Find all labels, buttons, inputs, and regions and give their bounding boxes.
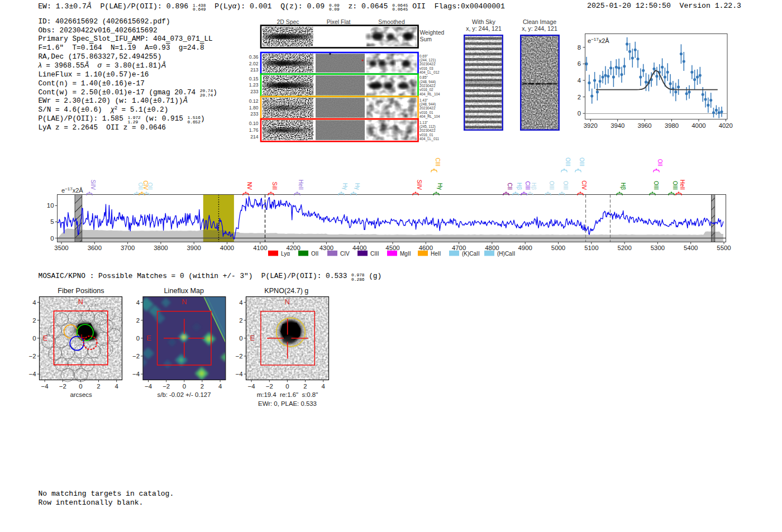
svg-text:5300: 5300 <box>651 245 665 251</box>
svg-text:5000: 5000 <box>551 245 565 251</box>
svg-text:OII: OII <box>147 183 153 190</box>
svg-text:2: 2 <box>239 317 242 324</box>
svg-text:20230422: 20230422 <box>419 84 436 88</box>
svg-text:404_LL_011: 404_LL_011 <box>419 137 440 141</box>
svg-text:NV: NV <box>246 182 252 190</box>
svg-text:0.85": 0.85" <box>419 75 428 79</box>
svg-text:4900: 4900 <box>518 245 532 251</box>
svg-text:404_LL_012: 404_LL_012 <box>419 70 440 75</box>
svg-text:1.80: 1.80 <box>249 105 259 111</box>
svg-text:Hβ: Hβ <box>620 183 626 190</box>
svg-text:214: 214 <box>250 134 259 140</box>
svg-text:CIV: CIV <box>581 180 587 190</box>
svg-text:4: 4 <box>115 383 118 390</box>
svg-text:0.69": 0.69" <box>419 54 428 58</box>
svg-text:−4: −4 <box>132 371 140 377</box>
svg-text:OIII: OIII <box>549 181 555 190</box>
svg-text:E: E <box>146 334 151 342</box>
svg-text:3980: 3980 <box>665 122 679 129</box>
svg-text:4: 4 <box>239 299 242 306</box>
svg-text:s/b: -0.02 +/- 0.127: s/b: -0.02 +/- 0.127 <box>158 391 211 398</box>
svg-text:−4: −4 <box>236 371 243 377</box>
svg-text:2.02: 2.02 <box>249 61 259 66</box>
svg-text:−2: −2 <box>236 353 243 360</box>
svg-text:5400: 5400 <box>684 245 698 251</box>
svg-text:0: 0 <box>578 110 581 117</box>
svg-text:OII: OII <box>311 251 318 257</box>
svg-text:OIII: OIII <box>562 181 569 190</box>
svg-text:5500: 5500 <box>717 245 731 251</box>
svg-text:3500: 3500 <box>54 245 68 251</box>
svg-text:0: 0 <box>285 383 289 390</box>
svg-text:N: N <box>78 298 83 306</box>
svg-text:−4: −4 <box>29 371 36 377</box>
svg-text:−4: −4 <box>248 383 255 390</box>
svg-text:CII: CII <box>507 183 513 190</box>
svg-text:3940: 3940 <box>611 122 624 129</box>
svg-text:404_RL_104: 404_RL_104 <box>419 92 440 97</box>
svg-text:1.43": 1.43" <box>419 98 428 102</box>
svg-text:0: 0 <box>183 383 186 390</box>
svg-text:(H)CaII: (H)CaII <box>497 251 515 257</box>
svg-text:CIII: CIII <box>370 251 379 257</box>
svg-text:4: 4 <box>136 299 140 306</box>
svg-text:Smoothed: Smoothed <box>378 19 405 25</box>
svg-text:−4: −4 <box>41 383 49 390</box>
svg-text:4: 4 <box>218 383 222 390</box>
svg-text:4: 4 <box>322 383 325 390</box>
svg-text:OIII: OIII <box>565 157 571 166</box>
svg-text:N: N <box>285 298 290 306</box>
svg-text:−4: −4 <box>145 383 152 390</box>
svg-text:CIII: CIII <box>435 157 441 166</box>
svg-text:−2: −2 <box>59 383 66 390</box>
svg-text:2: 2 <box>32 317 36 324</box>
svg-text:0.15: 0.15 <box>249 76 259 82</box>
svg-text:0.36: 0.36 <box>249 54 259 60</box>
svg-text:2: 2 <box>578 94 581 100</box>
svg-text:3900: 3900 <box>187 245 201 251</box>
svg-text:KPNO(24.7) g: KPNO(24.7) g <box>264 287 308 295</box>
svg-text:4400: 4400 <box>352 245 366 251</box>
svg-text:Sum: Sum <box>420 36 432 42</box>
svg-text:3800: 3800 <box>154 245 168 251</box>
svg-text:213: 213 <box>250 67 259 73</box>
svg-text:3920: 3920 <box>584 122 598 129</box>
svg-text:With Sky: With Sky <box>472 18 495 25</box>
svg-text:m:19.4 re:1.6" s:0.8": m:19.4 re:1.6" s:0.8" <box>257 391 318 398</box>
svg-text:3960: 3960 <box>638 122 652 129</box>
svg-text:e−17x2Å: e−17x2Å <box>61 186 83 194</box>
svg-text:404_RL_104: 404_RL_104 <box>419 114 440 119</box>
svg-text:CIV: CIV <box>340 251 350 257</box>
svg-text:x, y: 244, 121: x, y: 244, 121 <box>522 25 557 32</box>
svg-text:−2: −2 <box>29 353 36 360</box>
svg-text:Hγ: Hγ <box>354 183 360 190</box>
svg-text:HeII: HeII <box>431 251 441 257</box>
svg-text:−2: −2 <box>132 353 140 360</box>
svg-text:Hβ: Hβ <box>531 183 537 190</box>
svg-text:E: E <box>43 334 47 342</box>
svg-text:233: 233 <box>250 89 259 94</box>
svg-text:1.76: 1.76 <box>249 127 259 133</box>
svg-text:3600: 3600 <box>88 245 102 251</box>
svg-text:5: 5 <box>50 218 54 225</box>
svg-text:HeII: HeII <box>298 180 304 190</box>
svg-text:OIII: OIII <box>672 181 678 190</box>
svg-text:OIII: OIII <box>579 157 585 166</box>
svg-text:4000: 4000 <box>220 245 234 251</box>
svg-text:e−17x2Å: e−17x2Å <box>588 37 609 44</box>
svg-text:2: 2 <box>136 317 140 324</box>
svg-text:SiIV: SiIV <box>90 180 96 190</box>
svg-text:E: E <box>250 334 254 342</box>
svg-text:−2: −2 <box>163 383 170 390</box>
svg-text:Clean Image: Clean Image <box>523 18 556 25</box>
svg-text:2: 2 <box>97 383 100 390</box>
svg-text:4: 4 <box>32 299 36 306</box>
svg-text:Fiber Positions: Fiber Positions <box>58 287 104 295</box>
svg-text:5200: 5200 <box>617 245 631 251</box>
svg-text:0: 0 <box>136 335 140 342</box>
svg-text:233: 233 <box>250 111 259 117</box>
svg-text:5100: 5100 <box>584 245 598 251</box>
svg-text:4500: 4500 <box>385 245 399 251</box>
svg-text:SiIV: SiIV <box>416 180 422 190</box>
svg-text:Weighted: Weighted <box>420 30 445 36</box>
